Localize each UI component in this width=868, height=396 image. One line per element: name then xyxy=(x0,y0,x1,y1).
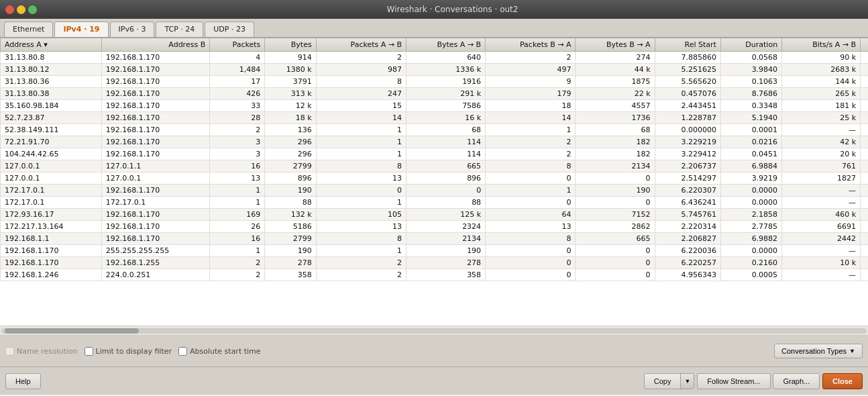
table-cell: 0 xyxy=(486,172,576,185)
copy-dropdown-button[interactable]: ▼ xyxy=(680,374,694,389)
table-row[interactable]: 52.38.149.111192.168.1.17021361681680.00… xyxy=(1,124,869,136)
table-row[interactable]: 172.93.16.17192.168.1.170169132 k105125 … xyxy=(1,209,869,221)
table-row[interactable]: 172.17.0.1192.168.1.17011900011906.22030… xyxy=(1,185,869,197)
table-cell: 0 xyxy=(316,185,406,197)
table-row[interactable]: 31.13.80.8192.168.1.1704914264022747.885… xyxy=(1,52,869,64)
name-resolution-label[interactable]: Name resolution xyxy=(5,347,78,356)
table-cell: 7586 xyxy=(406,100,486,112)
col-header-packets-ab[interactable]: Packets A → B xyxy=(316,38,406,52)
table-cell: — xyxy=(861,257,868,269)
table-cell: 64 xyxy=(486,209,576,221)
table-cell: — xyxy=(861,112,868,124)
absolute-time-checkbox[interactable] xyxy=(178,347,187,356)
conversations-table: Address A ▾ Address B Packets Bytes Pack… xyxy=(0,38,868,281)
tab-udp[interactable]: UDP · 23 xyxy=(205,21,254,37)
horizontal-scrollbar[interactable] xyxy=(0,326,868,336)
tab-bar: Ethernet IPv4 · 19 IPv6 · 3 TCP · 24 UDP… xyxy=(0,19,868,38)
table-cell: 16 xyxy=(210,233,265,245)
window-controls[interactable] xyxy=(5,5,37,14)
conversation-types-button[interactable]: Conversation Types ▼ xyxy=(774,344,863,358)
maximize-button[interactable] xyxy=(28,5,37,14)
table-cell: 5.565620 xyxy=(655,76,720,88)
col-header-address-a[interactable]: Address A ▾ xyxy=(1,38,102,52)
col-header-packets[interactable]: Packets xyxy=(210,38,265,52)
table-row[interactable]: 31.13.80.38192.168.1.170426313 k247291 k… xyxy=(1,88,869,100)
tab-ipv4[interactable]: IPv4 · 19 xyxy=(54,21,108,37)
table-row[interactable]: 192.168.1.246224.0.0.25123582358004.9563… xyxy=(1,269,869,281)
scrollbar-thumb[interactable] xyxy=(5,328,139,334)
table-row[interactable]: 72.21.91.70192.168.1.1703296111421823.22… xyxy=(1,136,869,148)
col-header-bytes[interactable]: Bytes xyxy=(265,38,316,52)
table-cell: 13 xyxy=(316,221,406,233)
table-cell: 190 xyxy=(265,185,316,197)
table-cell: 172.17.0.1 xyxy=(1,185,102,197)
table-cell: 1380 k xyxy=(265,64,316,76)
col-header-bytes-ba[interactable]: Bytes B → A xyxy=(576,38,655,52)
table-row[interactable]: 172.17.0.1172.17.0.1188188006.4362410.00… xyxy=(1,197,869,209)
table-cell: 0.457076 xyxy=(655,88,720,100)
graph-button[interactable]: Graph... xyxy=(773,373,820,389)
col-header-bits-ba[interactable]: Bits/s B → A xyxy=(861,38,868,52)
col-header-packets-ba[interactable]: Packets B → A xyxy=(486,38,576,52)
table-cell: 18 xyxy=(486,100,576,112)
table-cell: 278 xyxy=(406,257,486,269)
table-row[interactable]: 127.0.0.1127.0.0.11389613896002.5142973.… xyxy=(1,172,869,185)
table-cell: 192.168.1.255 xyxy=(101,257,209,269)
table-cell: 0.1063 xyxy=(720,76,781,88)
table-row[interactable]: 192.168.1.1192.168.1.1701627998213486652… xyxy=(1,233,869,245)
table-cell: 6.9882 xyxy=(720,233,781,245)
scrollbar-track[interactable] xyxy=(1,328,867,334)
follow-stream-button[interactable]: Follow Stream... xyxy=(697,373,770,389)
limit-filter-label[interactable]: Limit to display filter xyxy=(85,347,172,356)
col-header-rel-start[interactable]: Rel Start xyxy=(655,38,720,52)
absolute-time-label[interactable]: Absolute start time xyxy=(178,347,261,356)
table-cell: 3.9219 xyxy=(720,172,781,185)
table-row[interactable]: 31.13.80.36192.168.1.1701737918191691875… xyxy=(1,76,869,88)
table-row[interactable]: 192.168.1.170255.255.255.25511901190006.… xyxy=(1,245,869,257)
minimize-button[interactable] xyxy=(17,5,25,14)
table-cell: 2 xyxy=(210,124,265,136)
conversation-types-label: Conversation Types xyxy=(781,347,847,355)
table-cell: 1 xyxy=(316,245,406,257)
col-header-address-b[interactable]: Address B xyxy=(101,38,209,52)
table-cell: 2324 xyxy=(406,221,486,233)
close-button[interactable]: Close xyxy=(822,373,863,389)
conversations-table-container: Address A ▾ Address B Packets Bytes Pack… xyxy=(0,38,868,326)
close-window-button[interactable] xyxy=(5,5,14,14)
table-row[interactable]: 52.7.23.87192.168.1.1702818 k1416 k14173… xyxy=(1,112,869,124)
table-row[interactable]: 31.13.80.12192.168.1.1701,4841380 k98713… xyxy=(1,64,869,76)
help-button[interactable]: Help xyxy=(5,373,41,389)
table-cell: 1,484 xyxy=(210,64,265,76)
table-cell: 896 xyxy=(406,172,486,185)
col-header-duration[interactable]: Duration xyxy=(720,38,781,52)
limit-filter-checkbox[interactable] xyxy=(85,347,93,356)
col-header-bytes-ab[interactable]: Bytes A → B xyxy=(406,38,486,52)
table-cell: 1736 xyxy=(576,112,655,124)
table-cell: 497 xyxy=(486,64,576,76)
table-row[interactable]: 104.244.42.65192.168.1.1703296111421823.… xyxy=(1,148,869,160)
table-row[interactable]: 127.0.0.1127.0.1.11627998665821342.20673… xyxy=(1,160,869,172)
limit-filter-text: Limit to display filter xyxy=(96,347,172,356)
table-cell: 25 k xyxy=(782,112,861,124)
table-cell: 0.0568 xyxy=(720,52,781,64)
table-row[interactable]: 172.217.13.164192.168.1.1702651861323241… xyxy=(1,221,869,233)
table-row[interactable]: 35.160.98.184192.168.1.1703312 k15758618… xyxy=(1,100,869,112)
table-cell: 2799 xyxy=(265,160,316,172)
copy-button[interactable]: Copy xyxy=(645,374,681,389)
tab-ethernet[interactable]: Ethernet xyxy=(4,21,53,37)
table-row[interactable]: 192.168.1.170192.168.1.25522782278006.22… xyxy=(1,257,869,269)
table-cell: 426 xyxy=(210,88,265,100)
col-header-bits-ab[interactable]: Bits/s A → B xyxy=(782,38,861,52)
absolute-time-text: Absolute start time xyxy=(190,347,261,356)
name-resolution-checkbox[interactable] xyxy=(5,347,14,356)
table-cell: 0 xyxy=(576,269,655,281)
table-cell: 28 xyxy=(210,112,265,124)
tab-tcp[interactable]: TCP · 24 xyxy=(156,21,203,37)
table-cell: 17 xyxy=(210,76,265,88)
tab-ipv6[interactable]: IPv6 · 3 xyxy=(110,21,155,37)
copy-split-button[interactable]: Copy ▼ xyxy=(644,373,695,389)
table-cell: 90 k xyxy=(782,52,861,64)
table-cell: 68 xyxy=(406,124,486,136)
table-cell: 1 xyxy=(486,124,576,136)
table-cell: 6.9884 xyxy=(720,160,781,172)
